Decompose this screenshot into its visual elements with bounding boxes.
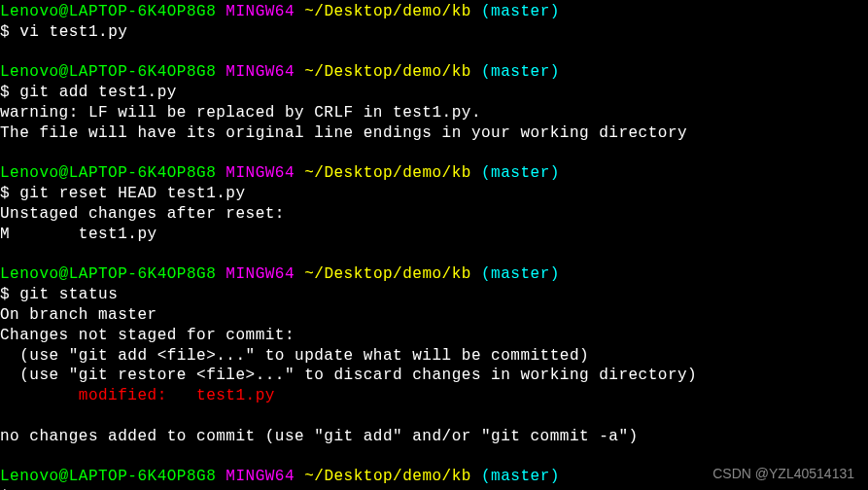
prompt-line: Lenovo@LAPTOP-6K4OP8G8 MINGW64 ~/Desktop… xyxy=(0,264,868,285)
command-line: $ git add test1.py xyxy=(0,83,868,103)
command-line: $ vi test1.py xyxy=(0,22,868,43)
output-line: no changes added to commit (use "git add… xyxy=(0,427,868,447)
blank-line xyxy=(0,406,868,427)
modified-file-line: modified: test1.py xyxy=(0,386,868,406)
prompt-line: Lenovo@LAPTOP-6K4OP8G8 MINGW64 ~/Desktop… xyxy=(0,62,868,83)
output-line: (use "git restore <file>..." to discard … xyxy=(0,366,868,386)
blank-line xyxy=(0,144,868,164)
output-line: Changes not staged for commit: xyxy=(0,326,868,346)
blank-line xyxy=(0,43,868,63)
output-line: Unstaged changes after reset: xyxy=(0,204,868,225)
command-line: $ git reset HEAD test1.py xyxy=(0,184,868,204)
output-line: The file will have its original line end… xyxy=(0,123,868,144)
output-line: (use "git add <file>..." to update what … xyxy=(0,346,868,367)
output-line: warning: LF will be replaced by CRLF in … xyxy=(0,103,868,123)
terminal-output[interactable]: Lenovo@LAPTOP-6K4OP8G8 MINGW64 ~/Desktop… xyxy=(0,2,868,490)
output-line: On branch master xyxy=(0,305,868,326)
blank-line xyxy=(0,245,868,265)
output-line: M test1.py xyxy=(0,225,868,245)
prompt-line: Lenovo@LAPTOP-6K4OP8G8 MINGW64 ~/Desktop… xyxy=(0,163,868,184)
command-line: $ git status xyxy=(0,285,868,305)
prompt-line: Lenovo@LAPTOP-6K4OP8G8 MINGW64 ~/Desktop… xyxy=(0,2,868,22)
watermark: CSDN @YZL40514131 xyxy=(712,465,854,482)
